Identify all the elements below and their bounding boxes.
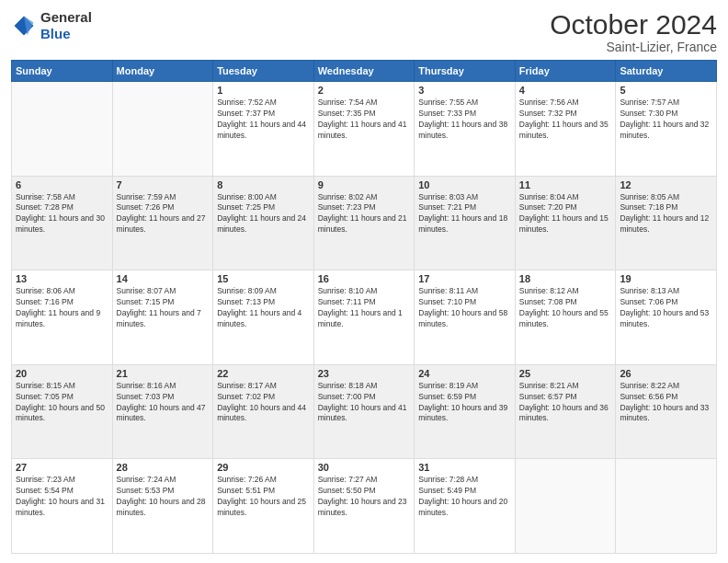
col-friday: Friday bbox=[515, 61, 616, 82]
day-number: 19 bbox=[620, 273, 712, 284]
day-number: 12 bbox=[620, 179, 712, 190]
day-info: Sunrise: 8:02 AM Sunset: 7:23 PM Dayligh… bbox=[318, 192, 411, 236]
day-number: 28 bbox=[117, 462, 210, 473]
table-row: 15Sunrise: 8:09 AM Sunset: 7:13 PM Dayli… bbox=[213, 270, 314, 365]
day-number: 15 bbox=[217, 273, 310, 284]
day-number: 14 bbox=[117, 273, 210, 284]
page-header: General Blue October 2024 Saint-Lizier, … bbox=[11, 9, 717, 54]
table-row: 24Sunrise: 8:19 AM Sunset: 6:59 PM Dayli… bbox=[415, 364, 516, 459]
day-number: 25 bbox=[519, 368, 612, 379]
table-row: 2Sunrise: 7:54 AM Sunset: 7:35 PM Daylig… bbox=[313, 82, 415, 177]
table-row: 14Sunrise: 8:07 AM Sunset: 7:15 PM Dayli… bbox=[112, 270, 213, 365]
table-row: 3Sunrise: 7:55 AM Sunset: 7:33 PM Daylig… bbox=[415, 82, 516, 177]
table-row: 16Sunrise: 8:10 AM Sunset: 7:11 PM Dayli… bbox=[313, 270, 415, 365]
day-info: Sunrise: 8:18 AM Sunset: 7:00 PM Dayligh… bbox=[318, 381, 411, 425]
col-thursday: Thursday bbox=[415, 61, 516, 82]
table-row bbox=[515, 459, 616, 554]
day-number: 18 bbox=[519, 273, 612, 284]
day-number: 30 bbox=[318, 462, 411, 473]
table-row: 9Sunrise: 8:02 AM Sunset: 7:23 PM Daylig… bbox=[313, 176, 415, 270]
day-number: 2 bbox=[318, 85, 411, 96]
day-number: 10 bbox=[418, 179, 511, 190]
table-row bbox=[12, 82, 113, 177]
month-title: October 2024 bbox=[550, 9, 717, 40]
day-info: Sunrise: 7:52 AM Sunset: 7:37 PM Dayligh… bbox=[217, 98, 310, 142]
day-info: Sunrise: 7:55 AM Sunset: 7:33 PM Dayligh… bbox=[418, 98, 511, 142]
table-row: 12Sunrise: 8:05 AM Sunset: 7:18 PM Dayli… bbox=[616, 176, 717, 270]
calendar-week-row: 27Sunrise: 7:23 AM Sunset: 5:54 PM Dayli… bbox=[12, 459, 717, 554]
day-number: 13 bbox=[16, 273, 108, 284]
table-row: 11Sunrise: 8:04 AM Sunset: 7:20 PM Dayli… bbox=[515, 176, 616, 270]
table-row: 26Sunrise: 8:22 AM Sunset: 6:56 PM Dayli… bbox=[616, 364, 717, 459]
day-info: Sunrise: 8:04 AM Sunset: 7:20 PM Dayligh… bbox=[519, 192, 612, 236]
day-info: Sunrise: 8:22 AM Sunset: 6:56 PM Dayligh… bbox=[620, 381, 712, 425]
calendar-week-row: 1Sunrise: 7:52 AM Sunset: 7:37 PM Daylig… bbox=[12, 82, 717, 177]
calendar-week-row: 13Sunrise: 8:06 AM Sunset: 7:16 PM Dayli… bbox=[12, 270, 717, 365]
day-number: 27 bbox=[16, 462, 108, 473]
day-number: 7 bbox=[117, 179, 210, 190]
table-row: 13Sunrise: 8:06 AM Sunset: 7:16 PM Dayli… bbox=[12, 270, 113, 365]
day-info: Sunrise: 8:12 AM Sunset: 7:08 PM Dayligh… bbox=[519, 286, 612, 330]
col-wednesday: Wednesday bbox=[313, 61, 415, 82]
day-number: 24 bbox=[418, 368, 511, 379]
table-row: 27Sunrise: 7:23 AM Sunset: 5:54 PM Dayli… bbox=[12, 459, 113, 554]
col-saturday: Saturday bbox=[616, 61, 717, 82]
calendar-table: Sunday Monday Tuesday Wednesday Thursday… bbox=[11, 60, 717, 554]
table-row: 18Sunrise: 8:12 AM Sunset: 7:08 PM Dayli… bbox=[515, 270, 616, 365]
day-info: Sunrise: 7:24 AM Sunset: 5:53 PM Dayligh… bbox=[117, 475, 210, 519]
day-info: Sunrise: 8:03 AM Sunset: 7:21 PM Dayligh… bbox=[418, 192, 511, 236]
table-row: 20Sunrise: 8:15 AM Sunset: 7:05 PM Dayli… bbox=[12, 364, 113, 459]
day-info: Sunrise: 7:59 AM Sunset: 7:26 PM Dayligh… bbox=[117, 192, 210, 236]
day-number: 29 bbox=[217, 462, 310, 473]
day-info: Sunrise: 7:28 AM Sunset: 5:49 PM Dayligh… bbox=[418, 475, 511, 519]
calendar-week-row: 20Sunrise: 8:15 AM Sunset: 7:05 PM Dayli… bbox=[12, 364, 717, 459]
day-info: Sunrise: 7:56 AM Sunset: 7:32 PM Dayligh… bbox=[519, 98, 612, 142]
day-number: 11 bbox=[519, 179, 612, 190]
day-info: Sunrise: 8:15 AM Sunset: 7:05 PM Dayligh… bbox=[16, 381, 108, 425]
day-info: Sunrise: 8:07 AM Sunset: 7:15 PM Dayligh… bbox=[117, 286, 210, 330]
table-row: 25Sunrise: 8:21 AM Sunset: 6:57 PM Dayli… bbox=[515, 364, 616, 459]
table-row: 6Sunrise: 7:58 AM Sunset: 7:28 PM Daylig… bbox=[12, 176, 113, 270]
day-number: 5 bbox=[620, 85, 712, 96]
day-number: 21 bbox=[117, 368, 210, 379]
day-info: Sunrise: 7:23 AM Sunset: 5:54 PM Dayligh… bbox=[16, 475, 108, 519]
day-info: Sunrise: 7:57 AM Sunset: 7:30 PM Dayligh… bbox=[620, 98, 712, 142]
day-info: Sunrise: 8:17 AM Sunset: 7:02 PM Dayligh… bbox=[217, 381, 310, 425]
day-info: Sunrise: 8:10 AM Sunset: 7:11 PM Dayligh… bbox=[318, 286, 411, 330]
table-row: 5Sunrise: 7:57 AM Sunset: 7:30 PM Daylig… bbox=[616, 82, 717, 177]
calendar-header-row: Sunday Monday Tuesday Wednesday Thursday… bbox=[12, 61, 717, 82]
day-number: 17 bbox=[418, 273, 511, 284]
table-row: 23Sunrise: 8:18 AM Sunset: 7:00 PM Dayli… bbox=[313, 364, 415, 459]
table-row bbox=[112, 82, 213, 177]
table-row: 29Sunrise: 7:26 AM Sunset: 5:51 PM Dayli… bbox=[213, 459, 314, 554]
location-title: Saint-Lizier, France bbox=[550, 40, 717, 54]
logo-text: General Blue bbox=[40, 9, 92, 42]
table-row: 21Sunrise: 8:16 AM Sunset: 7:03 PM Dayli… bbox=[112, 364, 213, 459]
table-row: 17Sunrise: 8:11 AM Sunset: 7:10 PM Dayli… bbox=[415, 270, 516, 365]
day-info: Sunrise: 8:05 AM Sunset: 7:18 PM Dayligh… bbox=[620, 192, 712, 236]
title-section: October 2024 Saint-Lizier, France bbox=[550, 9, 717, 54]
day-number: 4 bbox=[519, 85, 612, 96]
day-number: 16 bbox=[318, 273, 411, 284]
day-number: 23 bbox=[318, 368, 411, 379]
day-info: Sunrise: 8:21 AM Sunset: 6:57 PM Dayligh… bbox=[519, 381, 612, 425]
day-info: Sunrise: 8:06 AM Sunset: 7:16 PM Dayligh… bbox=[16, 286, 108, 330]
day-number: 3 bbox=[418, 85, 511, 96]
table-row: 1Sunrise: 7:52 AM Sunset: 7:37 PM Daylig… bbox=[213, 82, 314, 177]
day-info: Sunrise: 8:00 AM Sunset: 7:25 PM Dayligh… bbox=[217, 192, 310, 236]
col-tuesday: Tuesday bbox=[213, 61, 314, 82]
table-row: 30Sunrise: 7:27 AM Sunset: 5:50 PM Dayli… bbox=[313, 459, 415, 554]
day-info: Sunrise: 8:16 AM Sunset: 7:03 PM Dayligh… bbox=[117, 381, 210, 425]
table-row: 22Sunrise: 8:17 AM Sunset: 7:02 PM Dayli… bbox=[213, 364, 314, 459]
day-info: Sunrise: 8:19 AM Sunset: 6:59 PM Dayligh… bbox=[418, 381, 511, 425]
table-row: 8Sunrise: 8:00 AM Sunset: 7:25 PM Daylig… bbox=[213, 176, 314, 270]
day-info: Sunrise: 7:26 AM Sunset: 5:51 PM Dayligh… bbox=[217, 475, 310, 519]
table-row: 19Sunrise: 8:13 AM Sunset: 7:06 PM Dayli… bbox=[616, 270, 717, 365]
day-number: 20 bbox=[16, 368, 108, 379]
day-info: Sunrise: 8:11 AM Sunset: 7:10 PM Dayligh… bbox=[418, 286, 511, 330]
day-number: 31 bbox=[418, 462, 511, 473]
day-number: 9 bbox=[318, 179, 411, 190]
day-number: 6 bbox=[16, 179, 108, 190]
day-info: Sunrise: 7:27 AM Sunset: 5:50 PM Dayligh… bbox=[318, 475, 411, 519]
table-row bbox=[616, 459, 717, 554]
